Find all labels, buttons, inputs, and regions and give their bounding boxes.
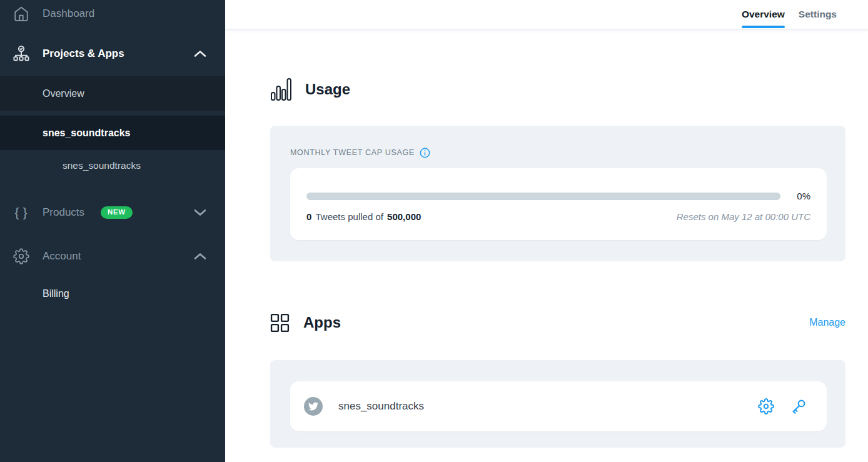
sidebar-item-products[interactable]: { } Products NEW xyxy=(0,195,225,230)
apps-section-header: Apps Manage xyxy=(270,309,845,336)
chevron-up-icon xyxy=(194,50,206,58)
sidebar-item-projects-apps[interactable]: Projects & Apps xyxy=(0,36,225,71)
sitemap-icon xyxy=(13,45,30,63)
sidebar-item-dashboard[interactable]: Dashboard xyxy=(0,0,225,28)
tweets-pulled-count: 0 xyxy=(306,211,311,222)
usage-title: Usage xyxy=(305,81,350,98)
sidebar-item-label: Overview xyxy=(43,88,84,99)
tab-label: Settings xyxy=(799,9,837,20)
info-icon[interactable] xyxy=(420,148,430,158)
tweet-cap-progress-bar xyxy=(306,193,780,200)
sidebar-item-project-snes-soundtracks[interactable]: snes_soundtracks xyxy=(0,116,225,150)
tweets-cap-value: 500,000 xyxy=(387,211,421,222)
usage-percent: 0% xyxy=(782,191,810,201)
bar-chart-icon xyxy=(270,78,291,101)
grid-icon xyxy=(270,313,290,333)
active-tab-underline xyxy=(742,26,785,28)
reset-date-text: Resets on May 12 at 00:00 UTC xyxy=(677,211,810,222)
tweet-cap-label: MONTHLY TWEET CAP USAGE xyxy=(290,148,415,157)
sidebar-item-label: Products xyxy=(43,206,84,219)
tab-overview[interactable]: Overview xyxy=(742,0,785,29)
usage-panel: MONTHLY TWEET CAP USAGE xyxy=(270,126,845,261)
usage-section-header: Usage xyxy=(270,76,845,103)
tweets-pulled-text: 0 Tweets pulled of 500,000 xyxy=(306,211,421,222)
chevron-up-icon xyxy=(194,253,206,260)
sidebar-item-label: Projects & Apps xyxy=(43,48,124,60)
sidebar-item-account[interactable]: Account xyxy=(0,239,225,274)
tab-settings[interactable]: Settings xyxy=(799,0,837,29)
chevron-down-icon xyxy=(194,209,206,216)
apps-panel: snes_soundtracks xyxy=(270,360,845,448)
sidebar-item-app-snes-soundtracks[interactable]: snes_soundtracks xyxy=(0,150,225,181)
gear-icon xyxy=(13,248,30,265)
app-root: Dashboard Projects & Apps xyxy=(0,0,868,462)
usage-card: 0% 0 Tweets pulled of 500,000 Resets on … xyxy=(290,168,827,240)
manage-link[interactable]: Manage xyxy=(809,317,845,328)
app-settings-gear-icon[interactable] xyxy=(758,398,774,414)
sidebar-item-label: Dashboard xyxy=(43,8,94,20)
app-name: snes_soundtracks xyxy=(338,400,424,413)
sidebar-item-label: Account xyxy=(43,250,81,263)
sidebar: Dashboard Projects & Apps xyxy=(0,0,225,462)
curly-braces-icon: { } xyxy=(13,204,30,221)
page-content: Usage MONTHLY TWEET CAP USAGE xyxy=(225,29,868,448)
apps-title: Apps xyxy=(303,314,341,331)
home-icon xyxy=(13,5,30,23)
sidebar-item-overview[interactable]: Overview xyxy=(0,76,225,111)
twitter-avatar xyxy=(304,397,323,416)
new-badge: NEW xyxy=(101,206,133,219)
main-area: Overview Settings Usage xyxy=(225,0,868,462)
app-row: snes_soundtracks xyxy=(290,381,827,431)
sidebar-item-label: snes_soundtracks xyxy=(43,128,131,139)
sidebar-item-label: snes_soundtracks xyxy=(63,160,141,171)
page-tabs: Overview Settings xyxy=(225,0,868,29)
tab-label: Overview xyxy=(742,9,785,20)
sidebar-item-label: Billing xyxy=(43,288,69,299)
sidebar-item-billing[interactable]: Billing xyxy=(0,278,225,310)
app-keys-icon[interactable] xyxy=(790,398,807,414)
